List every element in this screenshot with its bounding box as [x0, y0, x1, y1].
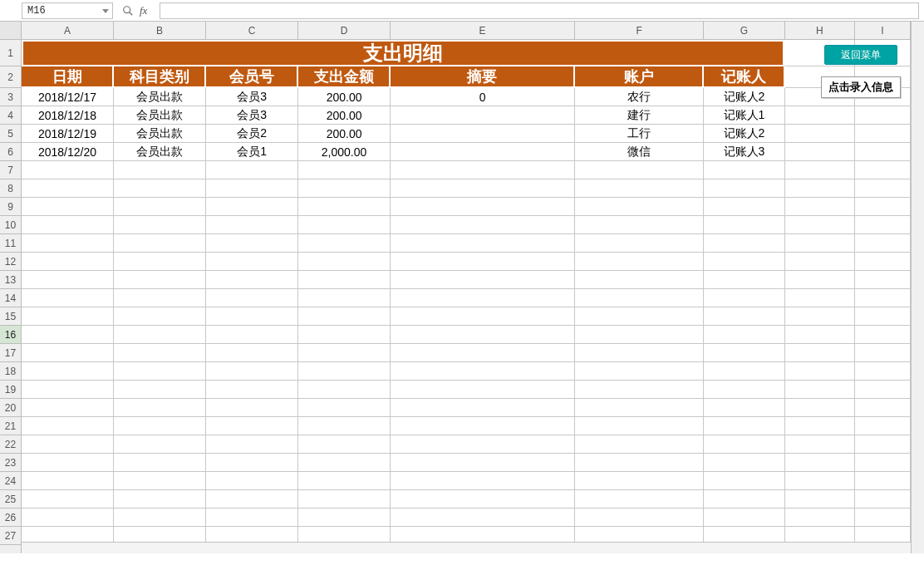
- data-cell[interactable]: 记账人1: [704, 106, 785, 125]
- cell[interactable]: [704, 344, 785, 362]
- data-cell[interactable]: 记账人2: [704, 88, 785, 106]
- cell[interactable]: [114, 253, 206, 271]
- formula-input[interactable]: [160, 2, 919, 19]
- cell[interactable]: [785, 234, 855, 253]
- cell[interactable]: [704, 490, 785, 508]
- cell[interactable]: [206, 271, 298, 289]
- data-cell[interactable]: [391, 125, 575, 143]
- cell[interactable]: [391, 289, 575, 307]
- cell[interactable]: [206, 417, 298, 435]
- column-header-C[interactable]: C: [206, 22, 298, 39]
- cell[interactable]: [22, 253, 114, 271]
- cell[interactable]: [575, 326, 704, 344]
- cell[interactable]: [22, 435, 114, 454]
- cell[interactable]: [22, 289, 114, 307]
- cell[interactable]: [206, 362, 298, 381]
- cell[interactable]: [855, 508, 911, 527]
- data-cell[interactable]: 2,000.00: [298, 143, 391, 161]
- cell[interactable]: [785, 326, 855, 344]
- title-cell[interactable]: 支出明细: [22, 40, 784, 66]
- cell[interactable]: [785, 490, 855, 508]
- cell[interactable]: [206, 289, 298, 307]
- cell[interactable]: [785, 216, 855, 234]
- header-B[interactable]: 科目类别: [114, 66, 206, 88]
- header-G[interactable]: 记账人: [704, 66, 785, 88]
- data-cell[interactable]: 会员出款: [114, 88, 206, 106]
- cell[interactable]: [114, 399, 206, 417]
- column-header-G[interactable]: G: [704, 22, 785, 39]
- cell[interactable]: [704, 307, 785, 326]
- data-cell[interactable]: 会员出款: [114, 106, 206, 125]
- cell[interactable]: [114, 417, 206, 435]
- cell[interactable]: [391, 271, 575, 289]
- cell[interactable]: [855, 289, 911, 307]
- fx-label[interactable]: fx: [136, 4, 160, 17]
- cell[interactable]: [22, 454, 114, 472]
- cell[interactable]: [114, 435, 206, 454]
- column-header-H[interactable]: H: [785, 22, 855, 39]
- cell[interactable]: [114, 344, 206, 362]
- cell[interactable]: [114, 490, 206, 508]
- cell[interactable]: [575, 253, 704, 271]
- cell[interactable]: [114, 508, 206, 527]
- row-header-13[interactable]: 13: [0, 271, 21, 289]
- cell[interactable]: [575, 399, 704, 417]
- cell[interactable]: [855, 106, 911, 125]
- cell[interactable]: [391, 161, 575, 179]
- header-F[interactable]: 账户: [575, 66, 704, 88]
- cell[interactable]: [575, 198, 704, 216]
- row-header-17[interactable]: 17: [0, 344, 21, 362]
- cell[interactable]: [391, 234, 575, 253]
- cell[interactable]: [391, 472, 575, 490]
- cell[interactable]: [298, 198, 391, 216]
- column-header-F[interactable]: F: [575, 22, 704, 39]
- cell[interactable]: [22, 508, 114, 527]
- cell[interactable]: [855, 381, 911, 399]
- data-cell[interactable]: 2018/12/18: [22, 106, 114, 125]
- cell[interactable]: [575, 362, 704, 381]
- data-cell[interactable]: 会员3: [206, 88, 298, 106]
- row-header-4[interactable]: 4: [0, 106, 21, 125]
- row-header-5[interactable]: 5: [0, 125, 21, 143]
- cell[interactable]: [704, 179, 785, 198]
- data-cell[interactable]: 记账人2: [704, 125, 785, 143]
- cell[interactable]: [22, 326, 114, 344]
- cell[interactable]: [114, 179, 206, 198]
- cell[interactable]: [206, 399, 298, 417]
- cell[interactable]: [575, 472, 704, 490]
- column-header-E[interactable]: E: [391, 22, 575, 39]
- cell[interactable]: [785, 508, 855, 527]
- cell[interactable]: [298, 179, 391, 198]
- cell[interactable]: [206, 326, 298, 344]
- row-header-3[interactable]: 3: [0, 88, 21, 106]
- data-cell[interactable]: 会员出款: [114, 125, 206, 143]
- select-all-corner[interactable]: [0, 22, 21, 40]
- header-C[interactable]: 会员号: [206, 66, 298, 88]
- cell[interactable]: [206, 472, 298, 490]
- row-header-9[interactable]: 9: [0, 198, 21, 216]
- cell[interactable]: [704, 326, 785, 344]
- cell[interactable]: [855, 234, 911, 253]
- row-header-1[interactable]: 1: [0, 40, 21, 66]
- cell[interactable]: [298, 381, 391, 399]
- row-header-20[interactable]: 20: [0, 399, 21, 417]
- data-cell[interactable]: 建行: [575, 106, 704, 125]
- cell[interactable]: [391, 179, 575, 198]
- cell[interactable]: [785, 435, 855, 454]
- cell[interactable]: [114, 472, 206, 490]
- cell[interactable]: [298, 161, 391, 179]
- enter-info-button[interactable]: 点击录入信息: [821, 76, 901, 98]
- cell[interactable]: [298, 508, 391, 527]
- cell[interactable]: [391, 435, 575, 454]
- cell[interactable]: [785, 289, 855, 307]
- cell[interactable]: [206, 307, 298, 326]
- cell[interactable]: [391, 362, 575, 381]
- cell[interactable]: [114, 307, 206, 326]
- row-header-14[interactable]: 14: [0, 289, 21, 307]
- header-E[interactable]: 摘要: [391, 66, 575, 88]
- cell[interactable]: [206, 198, 298, 216]
- cell[interactable]: [298, 253, 391, 271]
- row-header-11[interactable]: 11: [0, 234, 21, 253]
- data-cell[interactable]: 会员1: [206, 143, 298, 161]
- cell[interactable]: [298, 344, 391, 362]
